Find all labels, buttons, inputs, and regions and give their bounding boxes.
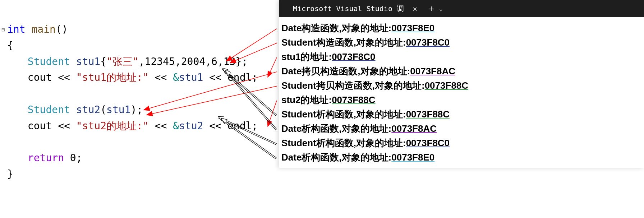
return-value: 0;: [64, 152, 82, 164]
output-line: Date构造函数,对象的地址:0073F8E0: [281, 21, 642, 35]
code-line-stu1-decl: Student stu1{"张三",12345,2004,6,13};: [7, 54, 277, 70]
close-icon[interactable]: ×: [411, 4, 419, 13]
memory-address: 0073F88C: [332, 94, 375, 105]
var-stu2: stu2: [179, 120, 203, 132]
code-line-stu2-decl: Student stu2(stu1);: [7, 102, 277, 118]
code-line-return: return 0;: [7, 150, 277, 166]
output-text: Date拷贝构造函数,对象的地址:: [281, 66, 410, 76]
debug-tab[interactable]: Microsoft Visual Studio 调 ×: [290, 0, 422, 17]
output-text: stu2的地址:: [281, 94, 332, 105]
memory-address: 0073F8AC: [410, 66, 455, 76]
endl: endl: [227, 71, 252, 83]
output-text: Student析构函数,对象的地址:: [281, 109, 406, 120]
output-text: Student析构函数,对象的地址:: [281, 138, 406, 148]
type-student: Student: [28, 104, 70, 116]
output-text: Date构造函数,对象的地址:: [281, 23, 391, 33]
brace-close-semi: };: [235, 56, 248, 68]
memory-address: 0073F8AC: [391, 123, 437, 134]
paren-close-semi: );: [130, 104, 143, 116]
debug-console-window: Microsoft Visual Studio 调 × + ⌄ Date构造函数…: [279, 0, 644, 168]
memory-address: 0073F8C0: [406, 37, 450, 48]
semicolon: ;: [252, 71, 258, 83]
memory-address: 0073F8C0: [406, 138, 450, 148]
keyword-return: return: [28, 152, 64, 164]
parentheses: (): [56, 23, 68, 35]
keyword-int: int: [7, 23, 26, 35]
paren-open: (: [100, 104, 106, 116]
code-line-brace-close: }: [7, 166, 277, 182]
output-line: Student析构函数,对象的地址:0073F8C0: [281, 136, 642, 150]
debug-tab-title: Microsoft Visual Studio 调: [293, 4, 404, 14]
code-editor[interactable]: int main() { Student stu1{"张三",12345,200…: [0, 22, 277, 182]
stream-op: <<: [52, 120, 76, 132]
stream-op: <<: [149, 120, 173, 132]
code-line-brace-open: {: [7, 38, 277, 54]
output-text: Student拷贝构造函数,对象的地址:: [281, 80, 425, 91]
endl: endl: [227, 120, 252, 132]
code-line-cout2: cout << "stu2的地址:" << &stu2 << endl;: [7, 118, 277, 134]
stream-op: <<: [52, 71, 76, 83]
blank-line: [7, 134, 277, 150]
stream-op: <<: [203, 120, 227, 132]
var-stu2: stu2: [76, 104, 100, 116]
output-line: Date拷贝构造函数,对象的地址:0073F8AC: [281, 64, 642, 78]
address-op: &: [173, 120, 179, 132]
string-literal: "stu2的地址:": [76, 120, 149, 132]
tab-actions: + ⌄: [429, 4, 442, 14]
output-line: stu2的地址:0073F88C: [281, 93, 642, 107]
debug-titlebar: Microsoft Visual Studio 调 × + ⌄: [279, 0, 644, 17]
address-op: &: [173, 71, 179, 83]
cout: cout: [28, 120, 52, 132]
type-student: Student: [28, 56, 70, 68]
output-line: Student析构函数,对象的地址:0073F88C: [281, 107, 642, 121]
new-tab-icon[interactable]: +: [429, 4, 434, 14]
semicolon: ;: [252, 120, 258, 132]
var-stu1: stu1: [76, 56, 100, 68]
string-literal: "张三": [106, 56, 139, 68]
output-text: stu1的地址:: [281, 51, 332, 62]
arg-stu1: stu1: [106, 104, 130, 116]
string-literal: "stu1的地址:": [76, 71, 149, 83]
memory-address: 0073F8E0: [391, 152, 434, 163]
code-line-cout1: cout << "stu1的地址:" << &stu1 << endl;: [7, 70, 277, 86]
args: ,12345,2004,6,13: [139, 56, 236, 68]
output-line: Student构造函数,对象的地址:0073F8C0: [281, 35, 642, 50]
code-line-signature: int main(): [7, 22, 277, 38]
memory-address: 0073F8C0: [332, 51, 375, 62]
output-line: stu1的地址:0073F8C0: [281, 50, 642, 64]
brace: {: [100, 56, 106, 68]
brace-open: {: [7, 40, 13, 51]
brace-close: }: [7, 168, 13, 180]
memory-address: 0073F8E0: [391, 23, 434, 33]
stream-op: <<: [203, 71, 227, 83]
output-line: Date析构函数,对象的地址:0073F8AC: [281, 121, 642, 136]
output-line: Date析构函数,对象的地址:0073F8E0: [281, 150, 642, 164]
memory-address: 0073F88C: [425, 80, 468, 91]
function-main: main: [31, 23, 55, 35]
debug-output[interactable]: Date构造函数,对象的地址:0073F8E0Student构造函数,对象的地址…: [279, 17, 644, 168]
memory-address: 0073F88C: [406, 109, 450, 120]
chevron-down-icon[interactable]: ⌄: [439, 5, 443, 12]
output-text: Date析构函数,对象的地址:: [281, 123, 391, 134]
stream-op: <<: [149, 71, 173, 83]
var-stu1: stu1: [179, 71, 203, 83]
blank-line: [7, 86, 277, 102]
output-text: Student构造函数,对象的地址:: [281, 37, 406, 48]
output-line: Student拷贝构造函数,对象的地址:0073F88C: [281, 78, 642, 93]
cout: cout: [28, 71, 52, 83]
output-text: Date析构函数,对象的地址:: [281, 152, 391, 163]
